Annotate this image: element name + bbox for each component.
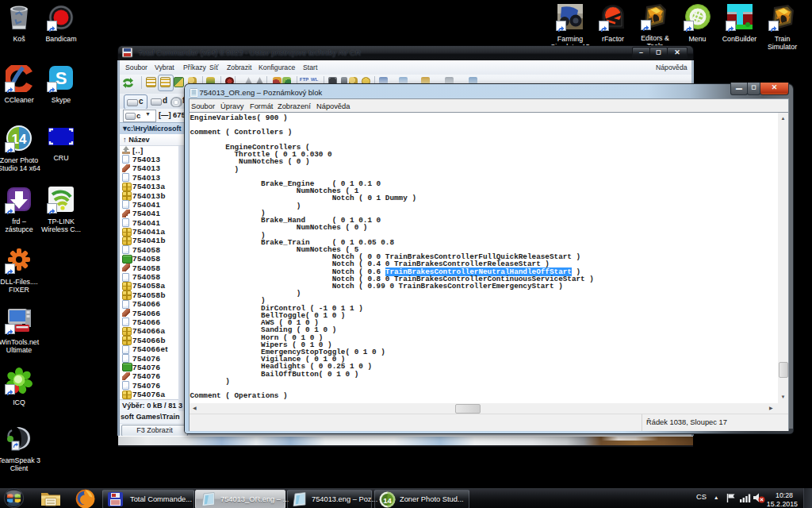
svg-text:14: 14	[383, 496, 392, 505]
